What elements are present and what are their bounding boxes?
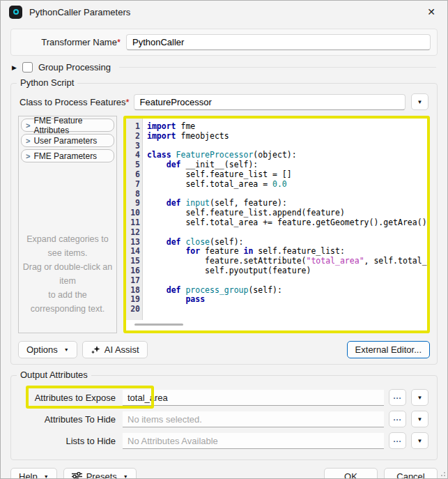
lists-to-hide-dropdown[interactable]: ▼ — [411, 432, 428, 449]
close-icon[interactable]: ✕ — [419, 3, 443, 21]
class-dropdown-button[interactable]: ▼ — [411, 93, 428, 110]
external-editor-button[interactable]: External Editor... — [347, 341, 430, 358]
editor-gutter: 1234567891011121314151617181920 — [126, 119, 143, 320]
category-label: FME Parameters — [33, 151, 97, 161]
sparkles-icon — [91, 345, 100, 355]
lists-to-hide-row: Lists to Hide No Attributes Available ..… — [20, 432, 428, 449]
class-to-process-label: Class to Process Features* — [20, 97, 130, 107]
attributes-to-expose-row: Attributes to Expose total_area ... ▼ — [20, 389, 428, 406]
group-processing-checkbox[interactable] — [22, 62, 33, 73]
class-to-process-input[interactable] — [134, 94, 405, 110]
category-panel-hint: Expand categories to see items. Drag or … — [21, 232, 114, 316]
attributes-to-hide-row: Attributes To Hide No items selected. ..… — [20, 411, 428, 427]
transformer-name-label: Transformer Name* — [17, 37, 121, 47]
browse-button[interactable]: ... — [389, 389, 406, 406]
transformer-name-panel: Transformer Name* — [10, 29, 438, 56]
cancel-button[interactable]: Cancel — [384, 468, 438, 479]
chevron-down-icon: ▼ — [417, 438, 423, 444]
category-label: FME Feature Attributes — [33, 116, 109, 135]
transformer-name-input[interactable] — [126, 34, 431, 50]
fme-logo-icon — [9, 6, 22, 19]
help-button[interactable]: Help ▼ — [10, 468, 57, 479]
output-attributes-group: Output Attributes Attributes to Expose t… — [10, 375, 438, 460]
chevron-right-icon: > — [26, 152, 30, 160]
browse-button[interactable]: ... — [389, 432, 406, 449]
editor-code[interactable]: import fmeimport fmeobjects class Featur… — [143, 119, 427, 320]
browse-button[interactable]: ... — [389, 411, 406, 427]
attributes-to-hide-dropdown[interactable]: ▼ — [411, 411, 428, 427]
attributes-to-expose-label: Attributes to Expose — [20, 393, 116, 403]
script-buttons-row: Options ▼ AI Assist External Editor... — [18, 341, 430, 358]
chevron-down-icon: ▼ — [417, 395, 423, 401]
attributes-to-hide-field[interactable]: No items selected. — [123, 411, 384, 427]
window-title: PythonCaller Parameters — [29, 7, 130, 17]
category-fme-feature-attributes[interactable]: > FME Feature Attributes — [21, 119, 114, 132]
sliders-icon — [72, 472, 82, 479]
lists-to-hide-field[interactable]: No Attributes Available — [123, 433, 384, 449]
ok-button[interactable]: OK — [324, 468, 378, 479]
output-attributes-group-label: Output Attributes — [17, 370, 91, 380]
divider — [119, 67, 436, 68]
attributes-to-expose-dropdown[interactable]: ▼ — [411, 389, 428, 406]
title-bar: PythonCaller Parameters ✕ — [1, 1, 447, 23]
chevron-down-icon: ▼ — [417, 416, 423, 423]
python-script-group: Python Script Class to Process Features*… — [10, 83, 438, 365]
code-editor-highlight: 1234567891011121314151617181920 import f… — [123, 116, 430, 333]
chevron-down-icon: ▼ — [64, 347, 69, 352]
python-script-group-label: Python Script — [17, 77, 77, 88]
scrollbar-handle[interactable] — [134, 324, 183, 326]
required-asterisk: * — [125, 97, 129, 107]
category-fme-parameters[interactable]: > FME Parameters — [21, 149, 114, 162]
ellipsis-icon: ... — [393, 393, 401, 399]
required-asterisk: * — [117, 37, 121, 47]
chevron-down-icon: ▼ — [44, 474, 49, 479]
category-label: User Parameters — [33, 136, 97, 146]
attributes-to-hide-label: Attributes To Hide — [20, 414, 116, 425]
code-editor[interactable]: 1234567891011121314151617181920 import f… — [126, 119, 427, 320]
lists-to-hide-label: Lists to Hide — [20, 436, 116, 446]
footer-bar: Help ▼ Presets ▼ OK Cancel — [1, 460, 447, 479]
expander-arrow-icon[interactable]: ▶ — [12, 64, 17, 71]
ellipsis-icon: ... — [393, 415, 401, 420]
options-button[interactable]: Options ▼ — [18, 341, 77, 358]
group-processing-label: Group Processing — [38, 62, 111, 73]
ai-assist-button[interactable]: AI Assist — [82, 341, 148, 358]
chevron-right-icon: > — [26, 137, 30, 145]
script-area: > FME Feature Attributes > User Paramete… — [18, 116, 430, 333]
category-user-parameters[interactable]: > User Parameters — [21, 134, 114, 147]
resize-grip[interactable] — [439, 470, 445, 476]
chevron-down-icon: ▼ — [417, 99, 423, 105]
attributes-to-expose-field[interactable]: total_area — [123, 390, 384, 406]
chevron-right-icon: > — [26, 121, 30, 130]
class-to-process-row: Class to Process Features* ▼ — [20, 93, 428, 110]
chevron-down-icon: ▼ — [123, 474, 128, 479]
editor-horizontal-scrollbar[interactable] — [126, 320, 427, 330]
group-processing-row: ▶ Group Processing — [12, 62, 436, 73]
ellipsis-icon: ... — [393, 436, 401, 442]
presets-button[interactable]: Presets ▼ — [63, 468, 137, 479]
attribute-category-panel: > FME Feature Attributes > User Paramete… — [18, 116, 117, 333]
pythoncaller-parameters-dialog: PythonCaller Parameters ✕ Transformer Na… — [0, 0, 448, 479]
